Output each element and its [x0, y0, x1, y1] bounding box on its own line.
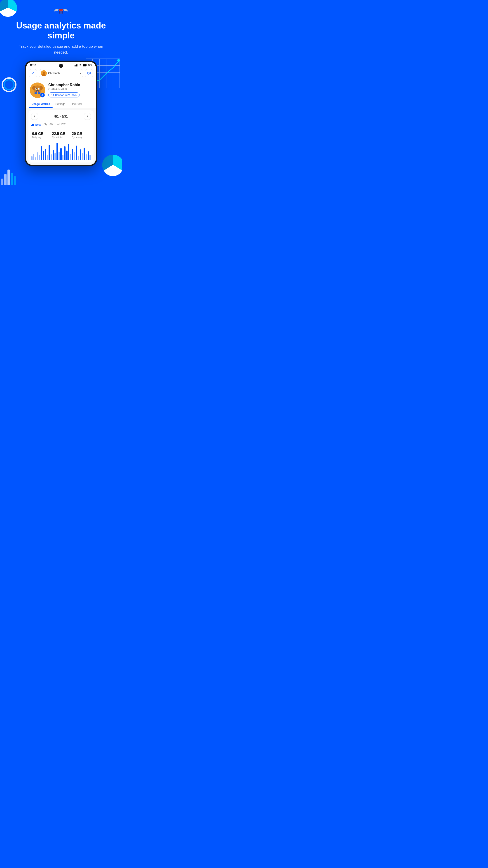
bar-col — [60, 142, 62, 160]
bar-fill — [51, 154, 52, 160]
phone-icon — [44, 123, 47, 125]
bar-fill — [33, 154, 35, 160]
bar-col — [41, 142, 42, 160]
bar-col — [48, 142, 50, 160]
bar-fill — [59, 152, 60, 160]
stat-cycle-avg: 20 GB Cycle avg — [71, 132, 91, 138]
svg-rect-32 — [87, 65, 87, 66]
text-bubble-icon — [57, 123, 59, 125]
bar-fill — [70, 154, 71, 160]
app-logo: ★ ★ ★ — [0, 6, 122, 19]
bar-fill — [84, 148, 85, 160]
svg-rect-54 — [32, 124, 33, 126]
svg-rect-55 — [33, 124, 34, 126]
bar-fill — [37, 152, 38, 160]
svg-text:★ ★ ★: ★ ★ ★ — [59, 10, 63, 11]
bar-col — [72, 142, 73, 160]
content-area: 8/1 - 8/31 — [26, 108, 96, 165]
bar-col — [31, 142, 33, 160]
renew-icon — [51, 94, 54, 96]
stat-daily-avg-value: 0.9 GB — [32, 132, 50, 136]
bar-fill — [68, 144, 70, 160]
renew-badge[interactable]: Renews in 24 Days — [48, 92, 79, 97]
status-bar: 12:10 — [26, 62, 96, 67]
bar-col — [90, 142, 91, 160]
avatar-wrapper — [30, 83, 45, 98]
bar-fill — [74, 152, 75, 160]
bar-fill — [76, 146, 77, 160]
tab-line-settings[interactable]: Line Setti — [68, 100, 85, 108]
back-icon — [32, 72, 34, 74]
back-button[interactable] — [29, 69, 37, 77]
bar-fill — [55, 153, 56, 160]
camera-notch — [59, 64, 63, 68]
subtab-data-label: Data — [35, 123, 41, 127]
status-icons: 96% — [74, 64, 92, 66]
svg-rect-26 — [74, 65, 75, 66]
bar-fill — [88, 151, 89, 160]
bar-fill — [82, 153, 83, 160]
stat-daily-avg: 0.9 GB Daily avg — [31, 132, 51, 138]
bar-col — [45, 142, 46, 160]
bar-col — [39, 142, 40, 160]
bar-col — [70, 142, 71, 160]
edit-avatar-button[interactable] — [40, 93, 45, 97]
bar-fill — [45, 149, 46, 160]
renew-label: Renews in 24 Days — [55, 94, 76, 96]
bar-fill — [90, 155, 91, 160]
svg-point-36 — [88, 72, 89, 73]
subtab-data[interactable]: Data — [31, 123, 41, 129]
bar-col — [80, 142, 81, 160]
svg-rect-27 — [75, 65, 76, 66]
bar-fill — [53, 150, 54, 160]
bar-fill — [57, 143, 58, 160]
bar-col — [82, 142, 83, 160]
bar-col — [88, 142, 89, 160]
tab-usage-metrics[interactable]: Usage Metrics — [29, 100, 53, 108]
status-time: 12:10 — [30, 64, 36, 66]
svg-rect-25 — [61, 11, 61, 13]
prev-period-button[interactable] — [31, 113, 38, 120]
next-icon — [87, 115, 88, 118]
subtab-talk-label: Talk — [48, 123, 53, 126]
chat-button[interactable] — [85, 69, 93, 77]
bar-col — [78, 142, 79, 160]
phone-mockup-container: 12:10 — [0, 61, 122, 166]
profile-section: Christopher Robin (123) 456-7890 Renews … — [26, 79, 96, 100]
subtab-talk[interactable]: Talk — [44, 123, 53, 127]
svg-point-46 — [39, 88, 39, 89]
metrics-card: 8/1 - 8/31 — [29, 110, 94, 162]
bar-col — [59, 142, 60, 160]
svg-point-47 — [36, 90, 39, 91]
subtab-text-label: Text — [61, 123, 66, 126]
battery-icon — [83, 64, 87, 66]
bar-fill — [60, 148, 62, 160]
svg-rect-53 — [31, 125, 32, 126]
bar-col — [51, 142, 52, 160]
bar-col — [37, 142, 38, 160]
bar-fill — [41, 146, 42, 160]
bar-col — [57, 142, 58, 160]
bar-col — [74, 142, 75, 160]
bar-col — [62, 142, 64, 160]
bar-fill — [64, 146, 66, 160]
bar-col — [84, 142, 85, 160]
svg-rect-28 — [76, 64, 77, 66]
bar-fill — [31, 156, 33, 160]
wifi-icon — [79, 64, 82, 66]
next-period-button[interactable] — [84, 113, 91, 120]
main-headline: Usage analytics made simple — [0, 21, 122, 40]
bar-fill — [35, 157, 36, 160]
contact-selector[interactable]: Christoph... ▾ — [39, 69, 83, 77]
svg-point-38 — [90, 72, 90, 73]
nav-avatar — [41, 70, 47, 76]
date-range-label: 8/1 - 8/31 — [54, 115, 68, 118]
stat-daily-avg-label: Daily avg — [32, 136, 50, 138]
bar-fill — [62, 155, 64, 160]
svg-rect-29 — [77, 64, 78, 66]
bar-col — [55, 142, 56, 160]
profile-name: Christopher Robin — [48, 83, 92, 87]
tab-settings[interactable]: Settings — [53, 100, 68, 108]
subtab-text[interactable]: Text — [57, 123, 66, 127]
phone-frame: 12:10 — [25, 61, 97, 166]
